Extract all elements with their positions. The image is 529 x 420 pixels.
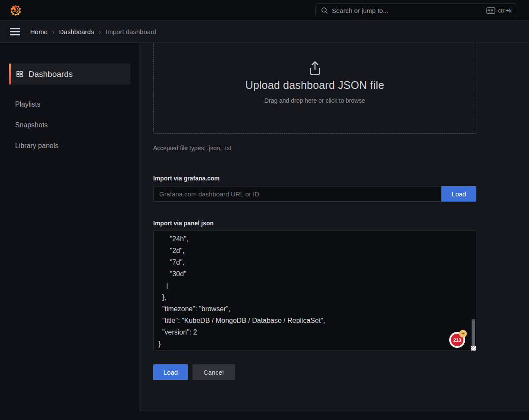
chevron-right-icon: › [99, 28, 101, 35]
sidebar-sub-items: Playlists Snapshots Library panels [0, 94, 139, 156]
grafana-import-dashboard-page: Search or jump to... ctrl+k Home › Dashb… [0, 0, 529, 420]
badge-plus-icon: + [459, 330, 467, 338]
sidebar-item-snapshots[interactable]: Snapshots [0, 115, 139, 136]
breadcrumb-item-current: Import dashboard [106, 28, 157, 35]
upload-icon [306, 60, 324, 77]
upload-dropzone[interactable]: Upload dashboard JSON file Drag and drop… [153, 43, 476, 134]
accepted-file-types-text: Accepted file types: .json, .txt [153, 145, 231, 152]
grafana-com-url-input[interactable] [153, 186, 441, 202]
shortcut-label: ctrl+k [498, 7, 512, 14]
menu-toggle-button[interactable] [10, 28, 20, 35]
chevron-right-icon: › [52, 28, 54, 35]
breadcrumb-item-dashboards[interactable]: Dashboards [59, 28, 94, 35]
textarea-scrollbar-thumb[interactable] [472, 319, 475, 348]
search-shortcut: ctrl+k [486, 7, 512, 14]
breadcrumb-item-home[interactable]: Home [30, 28, 47, 35]
sidebar-item-label: Dashboards [28, 69, 72, 79]
grafana-logo-icon[interactable] [10, 4, 22, 16]
grafana-com-import-label: Import via grafana.com [153, 175, 220, 182]
grafana-com-import-row: Load [153, 186, 476, 202]
breadcrumb-bar: Home › Dashboards › Import dashboard [0, 21, 529, 43]
grafana-com-load-button[interactable]: Load [441, 186, 476, 202]
load-button[interactable]: Load [153, 364, 188, 380]
panel-json-import-label: Import via panel json [153, 220, 214, 227]
import-dashboard-pane: Upload dashboard JSON file Drag and drop… [139, 43, 529, 411]
sidebar-item-dashboards[interactable]: Dashboards [9, 63, 130, 85]
panel-json-textarea[interactable]: "24h", "2d", "7d", "30d" ] }, "timezone"… [153, 230, 476, 351]
keyboard-icon [486, 7, 495, 14]
form-actions: Load Cancel [153, 364, 235, 380]
cancel-button[interactable]: Cancel [192, 364, 235, 380]
search-icon [321, 7, 328, 14]
dashboards-grid-icon [16, 70, 23, 78]
search-placeholder-text: Search or jump to... [332, 7, 388, 14]
sidebar: Dashboards Playlists Snapshots Library p… [0, 43, 139, 420]
search-button[interactable]: Search or jump to... ctrl+k [315, 3, 517, 17]
upload-subtitle: Drag and drop here or click to browse [264, 97, 365, 104]
sidebar-item-library-panels[interactable]: Library panels [0, 136, 139, 156]
top-bar: Search or jump to... ctrl+k [0, 0, 529, 21]
textarea-resize-grip[interactable] [471, 346, 476, 351]
breadcrumb: Home › Dashboards › Import dashboard [30, 28, 156, 35]
panel-json-area: "24h", "2d", "7d", "30d" ] }, "timezone"… [153, 230, 476, 351]
notification-count-badge[interactable]: 213 + [449, 332, 465, 348]
active-accent-bar [9, 63, 11, 85]
sidebar-item-playlists[interactable]: Playlists [0, 94, 139, 115]
upload-title: Upload dashboard JSON file [245, 79, 384, 92]
